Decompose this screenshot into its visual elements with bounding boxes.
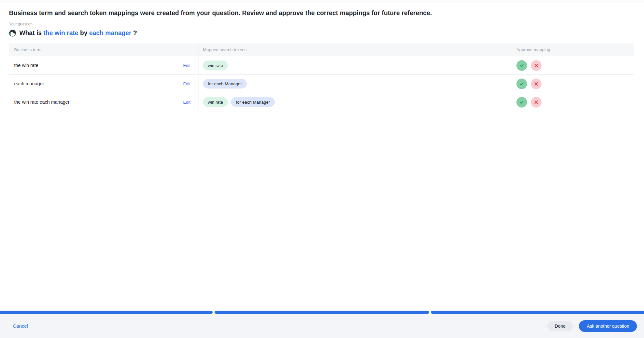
reject-mapping-button[interactable] <box>531 79 542 89</box>
x-icon <box>534 63 538 68</box>
table-row: each manager Edit for each Manager <box>9 75 634 93</box>
done-button[interactable]: Done <box>547 321 573 331</box>
cancel-link[interactable]: Cancel <box>13 323 28 329</box>
check-icon <box>519 63 524 68</box>
spotter-logo-icon <box>9 30 16 37</box>
business-term-text: the win rate <box>14 63 38 68</box>
question-term-highlight[interactable]: each manager <box>89 29 131 36</box>
table-row: the win rate Edit win rate <box>9 56 634 75</box>
table-row: the win rate each manager Edit win rate … <box>9 93 634 111</box>
table-header-row: Business term Mapped search tokens Appro… <box>9 43 634 56</box>
question-row: What is the win rate by each manager ? <box>9 29 635 37</box>
token-pill[interactable]: for each Manager <box>203 79 247 89</box>
intro-text: Business term and search token mappings … <box>9 9 635 17</box>
ask-another-question-button[interactable]: Ask another question <box>579 320 637 332</box>
approve-mapping-button[interactable] <box>516 79 527 89</box>
column-header-mapped-tokens: Mapped search tokens <box>198 43 510 56</box>
progress-segment <box>0 311 213 314</box>
x-icon <box>534 100 538 104</box>
reject-mapping-button[interactable] <box>531 60 542 71</box>
question-term-highlight[interactable]: the win rate <box>43 29 78 36</box>
token-pill[interactable]: win rate <box>203 61 228 70</box>
approve-mapping-button[interactable] <box>516 97 527 108</box>
question-part: What is <box>19 29 43 36</box>
edit-link[interactable]: Edit <box>183 100 190 105</box>
edit-link[interactable]: Edit <box>183 81 190 86</box>
column-header-approve-mapping: Approve mapping <box>510 43 634 56</box>
footer-bar: Cancel Done Ask another question <box>0 314 644 338</box>
your-question-label: Your question <box>9 22 635 26</box>
check-icon <box>519 100 524 105</box>
progress-segment <box>431 311 644 314</box>
approve-mapping-button[interactable] <box>516 60 527 71</box>
mapping-table: Business term Mapped search tokens Appro… <box>9 43 634 111</box>
top-divider <box>0 0 644 3</box>
token-pill[interactable]: for each Manager <box>231 97 275 107</box>
business-term-text: each manager <box>14 81 44 86</box>
edit-link[interactable]: Edit <box>183 63 190 68</box>
token-pill[interactable]: win rate <box>203 97 228 107</box>
question-part: by <box>78 29 89 36</box>
progress-bar <box>0 311 644 314</box>
question-text: What is the win rate by each manager ? <box>19 29 137 37</box>
x-icon <box>534 82 538 86</box>
column-header-business-term: Business term <box>9 43 198 56</box>
progress-segment <box>215 311 429 314</box>
question-part: ? <box>131 29 137 36</box>
reject-mapping-button[interactable] <box>531 97 542 108</box>
business-term-text: the win rate each manager <box>14 99 70 105</box>
main-content: Business term and search token mappings … <box>0 4 644 111</box>
check-icon <box>519 81 524 86</box>
